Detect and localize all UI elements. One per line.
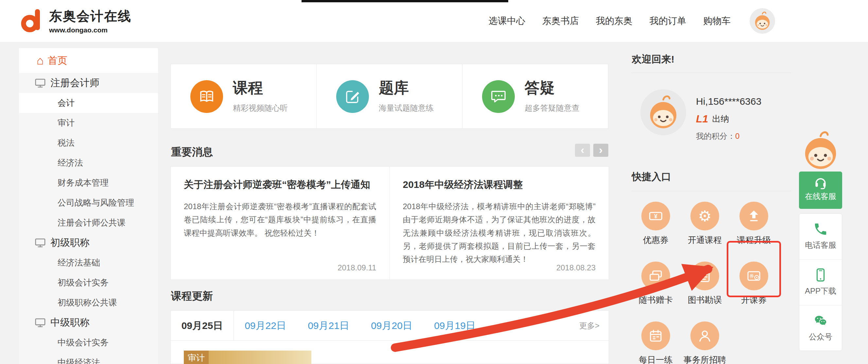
news-item[interactable]: 2018年中级经济法课程调整 2018年中级经济法，模考精讲班中的主讲老师“郑晓… — [390, 167, 609, 280]
svg-text:¥: ¥ — [654, 213, 657, 220]
section-title: 初级职称 — [50, 236, 90, 249]
sidebar-item-economic-law[interactable]: 经济法 — [19, 153, 158, 173]
book-icon — [190, 80, 223, 113]
welcome-body: Hi,156****6363 L1 出纳 我的积分：0 — [631, 89, 791, 141]
upgrade-icon — [740, 202, 768, 230]
quick-entry-coupon[interactable]: ¥ 优惠券 — [631, 202, 680, 246]
coupon-icon: ¥ — [641, 202, 670, 230]
quick-entry-errata[interactable]: 图书勘误 — [680, 261, 729, 306]
nav-my-dongao[interactable]: 我的东奥 — [596, 15, 632, 27]
quick-entry-daily-practice[interactable]: 每日一练 — [631, 321, 680, 364]
news-body: 2018年中级经济法，模考精讲班中的主讲老师“郑晓博”由于老师近期身体不适，为了… — [403, 200, 596, 266]
site-logo[interactable]: 东奥会计在线 www.dongao.com — [20, 7, 131, 34]
feature-subtitle: 海量试题随意练 — [379, 103, 434, 113]
points-label: 我的积分： — [696, 132, 735, 140]
gear-icon: ⚙ — [690, 202, 719, 230]
tab-date-3[interactable]: 09月21日 — [297, 311, 360, 341]
home-icon: ⌂ — [37, 55, 44, 66]
person-icon — [690, 321, 719, 350]
news-body: 2018年注册会计师逆袭班“密卷模考”直播课程的配套试卷已陆续上传，您可在“题库… — [184, 200, 376, 240]
user-info: Hi,156****6363 L1 出纳 我的积分：0 — [696, 96, 762, 141]
app-download-button[interactable]: APP下载 — [799, 259, 842, 305]
news-title: 关于注册会计师逆袭班“密卷模考”上传通知 — [184, 178, 376, 192]
monitor-icon — [35, 78, 46, 88]
phone-icon — [813, 222, 828, 237]
feature-card-qa[interactable]: 答疑 超多答疑随意查 — [462, 64, 608, 129]
course-subject-badge: 审计 — [184, 351, 209, 364]
sidebar-item-junior-practice[interactable]: 初级会计实务 — [19, 273, 158, 292]
feature-cards: 课程 精彩视频随心听 题库 海量试题随意练 — [170, 64, 608, 129]
nav-my-orders[interactable]: 我的订单 — [650, 15, 686, 27]
section-title: 中级职称 — [50, 316, 90, 329]
mobile-icon — [813, 268, 828, 282]
sidebar-item-auditing[interactable]: 审计 — [19, 113, 158, 133]
mascot-icon — [752, 11, 773, 31]
dongao-logo-icon — [20, 7, 44, 34]
quick-entry-heading: 快捷入口 — [631, 166, 791, 191]
wechat-official-button[interactable]: 公众号 — [799, 305, 842, 351]
feature-title: 答疑 — [525, 78, 555, 98]
course-voucher-icon: 券 — [740, 261, 768, 290]
sidebar-item-tax-law[interactable]: 税法 — [19, 133, 158, 153]
chat-icon — [482, 80, 515, 113]
online-service-button[interactable]: 在线客服 — [799, 171, 842, 209]
quick-entry-course-voucher[interactable]: 券 开课券 — [729, 261, 778, 306]
brand-domain: www.dongao.com — [49, 26, 131, 34]
nav-course-center[interactable]: 选课中心 — [489, 15, 525, 27]
feature-card-question-bank[interactable]: 题库 海量试题随意练 — [316, 64, 462, 129]
sidebar-section-cpa[interactable]: 注册会计师 — [19, 73, 158, 93]
tab-date-5[interactable]: 09月19日 — [423, 311, 486, 341]
user-greeting: Hi,156****6363 — [696, 96, 762, 107]
sidebar-item-financial-cost-mgmt[interactable]: 财务成本管理 — [19, 173, 158, 193]
more-link[interactable]: 更多> — [579, 311, 599, 341]
errata-icon — [690, 261, 719, 290]
header-nav: 选课中心 东奥书店 我的东奥 我的订单 购物车 — [489, 0, 775, 42]
quick-entry-firm-recruiting[interactable]: 事务所招聘 — [680, 321, 729, 364]
user-points: 我的积分：0 — [696, 131, 762, 141]
nav-cart[interactable]: 购物车 — [703, 15, 731, 27]
prev-arrow-button[interactable]: ‹ — [575, 144, 590, 157]
level-badge: L1 — [696, 113, 708, 125]
sidebar-item-intermediate-practice[interactable]: 中级会计实务 — [19, 333, 158, 353]
service-stack: 电话客服 APP下载 公众号 — [799, 214, 842, 351]
sidebar-item-econ-law-basics[interactable]: 经济法基础 — [19, 253, 158, 273]
wechat-icon — [813, 313, 828, 328]
tab-date-4[interactable]: 09月20日 — [360, 311, 423, 341]
news-date: 2018.09.11 — [338, 263, 376, 272]
sidebar-item-accounting[interactable]: 会计 — [19, 93, 158, 113]
sidebar: ⌂ 首页 注册会计师 会计 审计 税法 经济法 财务成本管理 公司战略与风险管理… — [19, 48, 158, 364]
course-update-row: 审计 — [184, 351, 311, 364]
user-avatar[interactable] — [640, 89, 686, 135]
sidebar-section-intermediate[interactable]: 中级职称 — [19, 313, 158, 333]
service-mascot — [800, 130, 841, 173]
feature-card-courses[interactable]: 课程 精彩视频随心听 — [170, 64, 317, 129]
quick-entry-gift-card[interactable]: 随书赠卡 — [631, 261, 680, 306]
sidebar-item-cpa-public[interactable]: 注册会计师公共课 — [19, 213, 158, 233]
user-level: L1 出纳 — [696, 113, 762, 125]
monitor-icon — [35, 317, 46, 328]
header-avatar[interactable] — [750, 8, 775, 34]
sidebar-item-junior-public[interactable]: 初级职称公共课 — [19, 292, 158, 313]
quick-entry-course-upgrade[interactable]: 课程升级 — [729, 202, 778, 246]
news-date: 2018.08.23 — [556, 263, 595, 272]
next-arrow-button[interactable]: › — [593, 144, 608, 157]
top-dark-strip — [302, 0, 508, 2]
sidebar-item-intermediate-econ-law[interactable]: 中级经济法 — [19, 353, 158, 364]
news-item[interactable]: 关于注册会计师逆袭班“密卷模考”上传通知 2018年注册会计师逆袭班“密卷模考”… — [171, 167, 390, 280]
points-value: 0 — [735, 132, 740, 140]
tab-date-1[interactable]: 09月25日 — [171, 311, 234, 341]
tab-date-2[interactable]: 09月22日 — [234, 311, 297, 341]
news-title: 2018年中级经济法课程调整 — [403, 178, 596, 192]
sidebar-section-junior[interactable]: 初级职称 — [19, 233, 158, 253]
sidebar-item-strategy-risk[interactable]: 公司战略与风险管理 — [19, 193, 158, 213]
logo-text: 东奥会计在线 www.dongao.com — [49, 7, 131, 34]
quick-entry-activate-course[interactable]: ⚙ 开通课程 — [680, 202, 729, 246]
nav-bookstore[interactable]: 东奥书店 — [542, 15, 579, 27]
site-header: 东奥会计在线 www.dongao.com 选课中心 东奥书店 我的东奥 我的订… — [0, 0, 868, 42]
brand-name: 东奥会计在线 — [49, 7, 131, 25]
main-content: 课程 精彩视频随心听 题库 海量试题随意练 — [170, 48, 609, 364]
news-pager: ‹ › — [575, 144, 608, 157]
pencil-icon — [336, 80, 369, 113]
phone-service-button[interactable]: 电话客服 — [799, 214, 842, 259]
sidebar-item-home[interactable]: ⌂ 首页 — [19, 48, 158, 73]
